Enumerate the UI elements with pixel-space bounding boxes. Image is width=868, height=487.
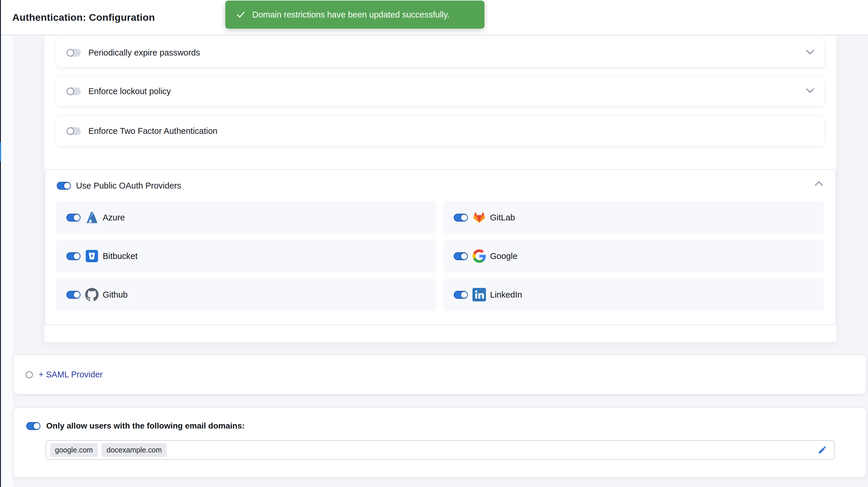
linkedin-icon [472, 288, 486, 301]
provider-card-github: Github [56, 278, 436, 311]
chevron-down-icon[interactable] [806, 50, 814, 56]
email-domains-input[interactable]: google.com docexample.com [45, 440, 835, 460]
page-title: Authentication: Configuration [12, 12, 155, 23]
row-label: Enforce Two Factor Authentication [88, 126, 217, 136]
toggle-knob [461, 291, 468, 298]
azure-toggle[interactable] [66, 214, 81, 222]
domain-tag: google.com [50, 443, 98, 457]
email-domains-toggle[interactable] [26, 422, 40, 430]
provider-label: Bitbucket [103, 251, 137, 261]
gitlab-icon [472, 211, 486, 224]
github-icon [85, 288, 99, 301]
check-icon [236, 10, 246, 20]
chevron-down-icon[interactable] [806, 88, 814, 94]
provider-label: Google [490, 251, 518, 261]
oauth-section-header: Use Public OAuth Providers [57, 178, 181, 193]
provider-card-bitbucket: Bitbucket [56, 240, 436, 272]
toggle-knob [73, 214, 81, 221]
toggle-knob [67, 88, 74, 95]
email-domains-header: Only allow users with the following emai… [26, 419, 245, 433]
provider-label: Azure [103, 213, 125, 223]
toggle-knob [63, 182, 71, 189]
toggle-knob [73, 253, 81, 260]
linkedin-toggle[interactable] [454, 291, 468, 299]
provider-card-google: Google [443, 240, 824, 272]
collapsed-sidebar [1, 35, 13, 487]
toggle-knob [33, 422, 40, 430]
add-saml-provider-link[interactable]: + SAML Provider [39, 370, 103, 380]
provider-card-gitlab: GitLab [443, 201, 824, 234]
toggle-knob [461, 214, 468, 221]
toast-message: Domain restrictions have been updated su… [252, 10, 450, 20]
provider-card-linkedin: LinkedIn [443, 278, 824, 311]
authentication-configuration-page: Authentication: Configuration Domain res… [0, 0, 868, 487]
toggle-knob [73, 291, 81, 298]
oauth-section-title: Use Public OAuth Providers [76, 181, 181, 191]
row-enforce-two-factor: Enforce Two Factor Authentication [56, 116, 825, 146]
row-periodically-expire-passwords: Periodically expire passwords [56, 38, 825, 67]
pencil-icon[interactable] [818, 445, 828, 455]
expire-passwords-toggle[interactable] [67, 49, 81, 57]
domain-tag: docexample.com [101, 443, 167, 457]
github-toggle[interactable] [66, 291, 81, 299]
lockout-policy-toggle[interactable] [67, 88, 81, 95]
toggle-knob [67, 49, 74, 57]
toggle-knob [461, 253, 468, 260]
sidebar-accent-indicator [0, 142, 1, 161]
provider-label: LinkedIn [490, 290, 522, 300]
success-toast: Domain restrictions have been updated su… [225, 1, 485, 29]
two-factor-toggle[interactable] [67, 127, 81, 135]
toggle-knob [67, 127, 74, 135]
email-domains-label: Only allow users with the following emai… [46, 421, 245, 430]
provider-label: GitLab [490, 213, 515, 223]
bitbucket-icon [85, 249, 99, 263]
saml-radio[interactable] [26, 371, 33, 378]
google-icon [472, 249, 486, 263]
window-edge [0, 0, 1, 487]
email-domains-card: Only allow users with the following emai… [13, 408, 866, 477]
provider-card-azure: Azure [56, 201, 436, 234]
saml-provider-card: + SAML Provider [13, 355, 866, 394]
chevron-up-icon[interactable] [814, 181, 823, 187]
row-label: Enforce lockout policy [88, 87, 171, 96]
google-toggle[interactable] [454, 252, 468, 260]
provider-label: Github [103, 290, 128, 300]
row-label: Periodically expire passwords [88, 48, 200, 58]
gitlab-toggle[interactable] [454, 214, 468, 222]
row-enforce-lockout-policy: Enforce lockout policy [56, 76, 825, 106]
azure-icon [85, 211, 99, 224]
bitbucket-toggle[interactable] [66, 252, 81, 260]
use-oauth-providers-toggle[interactable] [57, 182, 71, 190]
